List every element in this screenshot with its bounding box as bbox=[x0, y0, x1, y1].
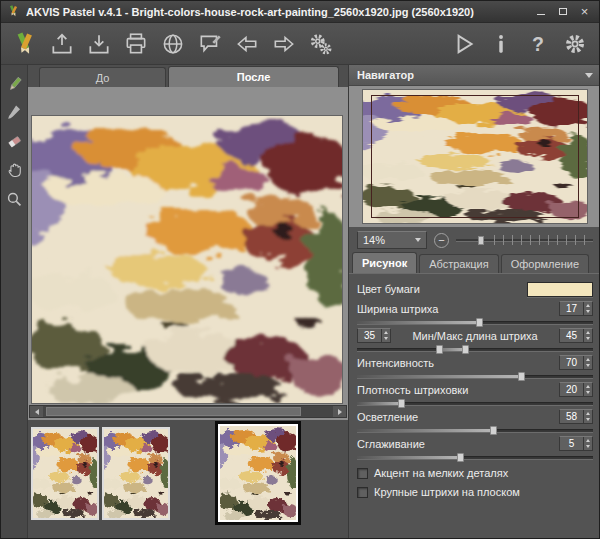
zoom-tool-icon[interactable] bbox=[4, 189, 24, 209]
info-button[interactable] bbox=[485, 28, 517, 60]
density-slider[interactable] bbox=[357, 397, 593, 409]
param-stroke-length: 35 Мин/Макс длина штриха 45 bbox=[357, 328, 593, 355]
zoom-slider-ticks bbox=[494, 235, 593, 245]
flat-strokes-checkbox[interactable] bbox=[357, 487, 368, 498]
slider-handle[interactable] bbox=[490, 426, 497, 435]
lightening-spinner[interactable]: 58 bbox=[559, 409, 593, 424]
scrollbar-track[interactable] bbox=[43, 406, 333, 417]
paper-color-label: Цвет бумаги bbox=[357, 283, 420, 295]
scrollbar-thumb[interactable] bbox=[46, 407, 301, 416]
close-icon[interactable]: × bbox=[575, 4, 594, 19]
chevron-down-icon bbox=[415, 238, 421, 242]
settings-panel: Навигатор 14% − Рисунок Абстракция Оформ… bbox=[348, 65, 600, 539]
pencil-tool-icon[interactable] bbox=[4, 73, 24, 93]
spinner-value: 58 bbox=[560, 410, 583, 423]
zoom-out-button[interactable]: − bbox=[434, 233, 449, 248]
tab-drawing[interactable]: Рисунок bbox=[352, 252, 417, 273]
zoom-slider[interactable] bbox=[456, 232, 593, 248]
navigator-header[interactable]: Навигатор bbox=[349, 65, 600, 86]
paper-color-row: Цвет бумаги bbox=[357, 279, 593, 299]
param-label: Интенсивность bbox=[357, 357, 434, 369]
hand-tool-icon[interactable] bbox=[4, 160, 24, 180]
undo-button[interactable] bbox=[231, 28, 263, 60]
smoothing-spinner[interactable]: 5 bbox=[559, 436, 593, 451]
redo-button[interactable] bbox=[268, 28, 300, 60]
slider-handle[interactable] bbox=[457, 453, 464, 462]
scroll-right-icon[interactable] bbox=[333, 406, 346, 417]
details-checkbox[interactable] bbox=[357, 468, 368, 479]
range-handle-max[interactable] bbox=[462, 345, 469, 354]
batch-processing-icon[interactable] bbox=[305, 28, 337, 60]
param-label: Осветление bbox=[357, 411, 418, 423]
spinner-value: 20 bbox=[560, 383, 583, 396]
spin-down-icon[interactable] bbox=[382, 336, 390, 343]
help-button[interactable]: ? bbox=[522, 28, 554, 60]
brush-tool-icon[interactable] bbox=[4, 102, 24, 122]
toolbar: ? bbox=[1, 23, 599, 65]
settings-gear-icon[interactable] bbox=[559, 28, 591, 60]
spin-down-icon[interactable] bbox=[584, 417, 592, 424]
title-bar: AKVIS Pastel v.4.1 - Bright-colors-house… bbox=[1, 1, 599, 23]
slider-handle[interactable] bbox=[398, 399, 405, 408]
min-length-spinner[interactable]: 35 bbox=[357, 328, 391, 343]
checkbox-row-flat: Крупные штрихи на плоском bbox=[357, 483, 593, 501]
zoom-select[interactable]: 14% bbox=[357, 231, 427, 249]
spin-down-icon[interactable] bbox=[584, 363, 592, 370]
param-lightening: Осветление 58 bbox=[357, 409, 593, 436]
tab-before[interactable]: До bbox=[39, 67, 166, 87]
spin-down-icon[interactable] bbox=[584, 309, 592, 316]
run-button[interactable] bbox=[448, 28, 480, 60]
checkbox-label: Крупные штрихи на плоском bbox=[374, 486, 520, 498]
stroke-width-slider[interactable] bbox=[357, 316, 593, 328]
param-intensity: Интенсивность 70 bbox=[357, 355, 593, 382]
intensity-spinner[interactable]: 70 bbox=[559, 355, 593, 370]
spinner-value: 35 bbox=[358, 329, 381, 342]
lightening-slider[interactable] bbox=[357, 424, 593, 436]
maximize-icon[interactable] bbox=[553, 4, 572, 19]
horizontal-scrollbar[interactable] bbox=[29, 405, 347, 418]
spinner-value: 70 bbox=[560, 356, 583, 369]
navigator-title: Навигатор bbox=[357, 69, 414, 81]
result-image[interactable] bbox=[32, 116, 342, 403]
navigator-collapse-icon[interactable] bbox=[585, 73, 593, 78]
slider-handle[interactable] bbox=[476, 318, 483, 327]
eraser-tool-icon[interactable] bbox=[4, 131, 24, 151]
window-title: AKVIS Pastel v.4.1 - Bright-colors-house… bbox=[26, 6, 531, 18]
scroll-left-icon[interactable] bbox=[30, 406, 43, 417]
tab-after[interactable]: После bbox=[168, 66, 339, 87]
publish-globe-icon[interactable] bbox=[157, 28, 189, 60]
tab-abstraction[interactable]: Абстракция bbox=[419, 254, 499, 273]
max-length-spinner[interactable]: 45 bbox=[559, 328, 593, 343]
preset-thumbnail-2[interactable] bbox=[102, 427, 170, 520]
tab-decoration[interactable]: Оформление bbox=[501, 254, 589, 273]
print-button[interactable] bbox=[120, 28, 152, 60]
range-handle-min[interactable] bbox=[436, 345, 443, 354]
view-tabs: До После bbox=[28, 65, 348, 87]
navigator-view-frame[interactable] bbox=[371, 95, 579, 218]
intensity-slider[interactable] bbox=[357, 370, 593, 382]
slider-handle[interactable] bbox=[518, 372, 525, 381]
stroke-width-spinner[interactable]: 17 bbox=[559, 301, 593, 316]
tools-sidebar bbox=[1, 65, 28, 539]
spin-down-icon[interactable] bbox=[584, 444, 592, 451]
param-density: Плотность штриховки 20 bbox=[357, 382, 593, 409]
spin-down-icon[interactable] bbox=[584, 390, 592, 397]
save-button[interactable] bbox=[83, 28, 115, 60]
share-comment-icon[interactable] bbox=[194, 28, 226, 60]
smoothing-slider[interactable] bbox=[357, 451, 593, 463]
preset-thumbnail-selected[interactable] bbox=[215, 421, 301, 525]
open-button[interactable] bbox=[46, 28, 78, 60]
density-spinner[interactable]: 20 bbox=[559, 382, 593, 397]
paper-color-swatch[interactable] bbox=[527, 282, 593, 297]
window-controls: × bbox=[531, 4, 594, 19]
minimize-icon[interactable] bbox=[531, 4, 550, 19]
spin-down-icon[interactable] bbox=[584, 336, 592, 343]
stroke-length-range-slider[interactable] bbox=[357, 343, 593, 355]
akvis-logo-icon bbox=[9, 28, 41, 60]
app-window: AKVIS Pastel v.4.1 - Bright-colors-house… bbox=[0, 0, 600, 539]
parameter-tabs: Рисунок Абстракция Оформление bbox=[349, 253, 600, 274]
zoom-slider-handle[interactable] bbox=[478, 236, 484, 245]
spinner-value: 5 bbox=[560, 437, 583, 450]
zoom-controls: 14% − bbox=[349, 229, 600, 251]
preset-thumbnail-1[interactable] bbox=[31, 427, 99, 520]
